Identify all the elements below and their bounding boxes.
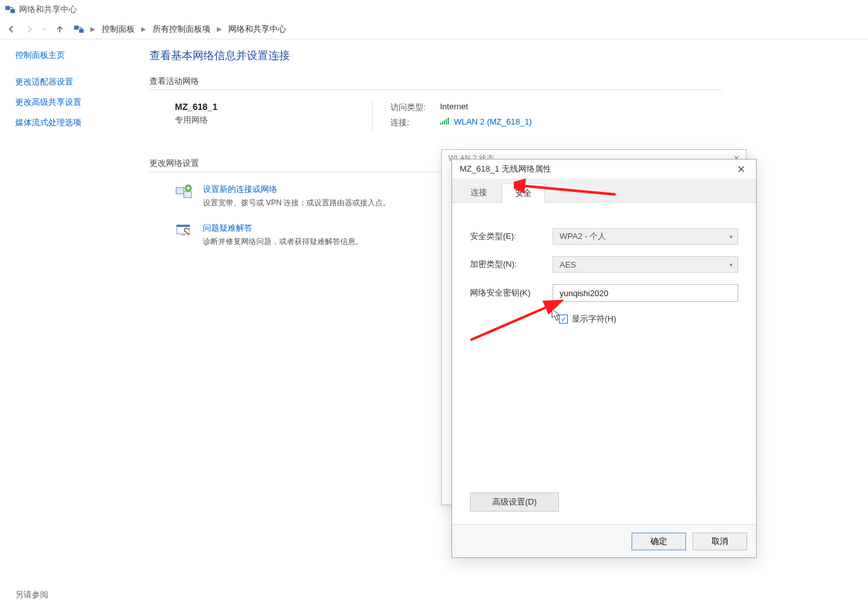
ok-button[interactable]: 确定	[631, 533, 686, 550]
sidebar-link-sharing[interactable]: 更改高级共享设置	[15, 97, 127, 108]
encryption-type-label: 加密类型(N):	[470, 259, 553, 270]
chevron-right-icon: ▶	[89, 25, 97, 32]
up-button[interactable]	[53, 23, 66, 36]
window-title: 网络和共享中心	[19, 4, 77, 15]
dialog-title: MZ_618_1 无线网络属性	[460, 163, 551, 175]
back-button[interactable]	[5, 23, 18, 36]
task-troubleshoot-title[interactable]: 问题疑难解答	[203, 222, 363, 234]
breadcrumb: ▶ 控制面板 ▶ 所有控制面板项 ▶ 网络和共享中心	[89, 22, 289, 36]
page-title: 查看基本网络信息并设置连接	[149, 48, 855, 63]
network-type: 专用网络	[175, 114, 372, 126]
new-connection-icon	[175, 184, 193, 201]
breadcrumb-icon	[74, 24, 84, 34]
svg-rect-6	[444, 120, 445, 125]
encryption-type-value: AES	[560, 260, 576, 269]
svg-rect-14	[181, 234, 185, 236]
wifi-signal-icon	[440, 118, 449, 125]
troubleshoot-icon	[175, 222, 193, 240]
svg-rect-3	[79, 29, 83, 32]
access-type-label: 访问类型:	[390, 102, 429, 113]
svg-rect-7	[446, 119, 447, 125]
sidebar-home-link[interactable]: 控制面板主页	[15, 50, 127, 61]
network-name: MZ_618_1	[175, 102, 372, 112]
cancel-button[interactable]: 取消	[692, 533, 747, 550]
task-new-connection-title[interactable]: 设置新的连接或网络	[203, 184, 390, 195]
see-also-label: 另请参阅	[15, 589, 48, 601]
show-characters-row[interactable]: ✓ 显示字符(H)	[559, 313, 738, 325]
task-troubleshoot-desc: 诊断并修复网络问题，或者获得疑难解答信息。	[203, 236, 363, 247]
connection-link[interactable]: WLAN 2 (MZ_618_1)	[454, 117, 532, 126]
recent-dropdown[interactable]	[41, 23, 48, 36]
crumb-control-panel[interactable]: 控制面板	[99, 22, 137, 36]
security-type-value: WPA2 - 个人	[560, 231, 606, 242]
tab-connection[interactable]: 连接	[457, 182, 500, 202]
dialog-body: 安全类型(E): WPA2 - 个人 ▾ 加密类型(N): AES ▾ 网络安全…	[452, 203, 756, 524]
advanced-settings-button[interactable]: 高级设置(D)	[470, 493, 559, 512]
sidebar: 控制面板主页 更改适配器设置 更改高级共享设置 媒体流式处理选项	[0, 39, 137, 612]
svg-rect-10	[184, 191, 191, 198]
task-new-connection-desc: 设置宽带、拨号或 VPN 连接；或设置路由器或接入点。	[203, 198, 390, 208]
dialog-wireless-properties: MZ_618_1 无线网络属性 ✕ 连接 安全 安全类型(E): WPA2 - …	[451, 159, 757, 558]
dialog-titlebar: MZ_618_1 无线网络属性 ✕	[452, 160, 756, 179]
active-network-block: MZ_618_1 专用网络 访问类型: Internet 连接:	[149, 102, 855, 132]
sidebar-link-adapter[interactable]: 更改适配器设置	[15, 76, 127, 88]
svg-rect-8	[448, 118, 449, 125]
svg-rect-9	[176, 187, 184, 194]
svg-rect-0	[6, 6, 10, 10]
security-key-input[interactable]	[553, 284, 738, 302]
close-button[interactable]: ✕	[731, 161, 751, 177]
security-type-label: 安全类型(E):	[470, 231, 553, 242]
security-type-combo[interactable]: WPA2 - 个人 ▾	[553, 228, 738, 245]
dialog-footer: 确定 取消	[452, 524, 756, 557]
svg-rect-13	[177, 225, 189, 227]
active-networks-header: 查看活动网络	[149, 76, 722, 90]
show-characters-checkbox[interactable]: ✓	[559, 315, 568, 323]
chevron-down-icon: ▾	[729, 261, 733, 268]
svg-rect-5	[442, 121, 443, 125]
network-share-icon	[5, 4, 15, 15]
chevron-right-icon: ▶	[140, 25, 148, 32]
navbar: ▶ 控制面板 ▶ 所有控制面板项 ▶ 网络和共享中心	[0, 19, 868, 39]
encryption-type-combo[interactable]: AES ▾	[553, 256, 738, 273]
svg-rect-4	[440, 123, 441, 125]
tabstrip: 连接 安全	[452, 179, 756, 203]
show-characters-label: 显示字符(H)	[572, 313, 616, 325]
crumb-network-center[interactable]: 网络和共享中心	[226, 22, 289, 36]
connection-label: 连接:	[390, 117, 429, 128]
security-key-label: 网络安全密钥(K)	[470, 287, 553, 299]
tab-security[interactable]: 安全	[502, 183, 545, 203]
svg-rect-1	[11, 10, 15, 13]
chevron-down-icon: ▾	[729, 233, 733, 240]
forward-button[interactable]	[23, 23, 36, 36]
access-type-value: Internet	[440, 102, 468, 113]
svg-rect-2	[74, 26, 78, 29]
crumb-all-items[interactable]: 所有控制面板项	[150, 22, 213, 36]
chevron-right-icon: ▶	[216, 25, 223, 32]
titlebar: 网络和共享中心	[0, 0, 868, 19]
sidebar-link-media[interactable]: 媒体流式处理选项	[15, 117, 127, 128]
